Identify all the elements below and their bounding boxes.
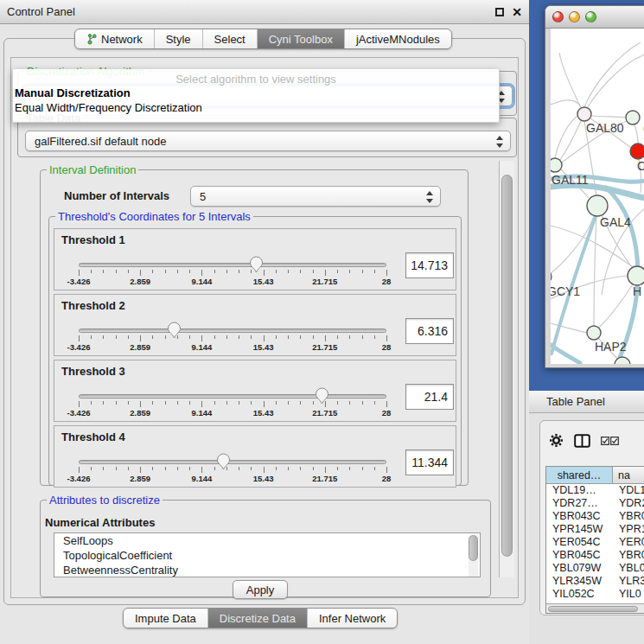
network-icon (86, 33, 97, 45)
table-row[interactable]: YBR043CYBR0 (546, 510, 644, 523)
float-panel-icon[interactable] (495, 8, 504, 16)
gear-icon[interactable] (549, 433, 564, 448)
network-node[interactable] (577, 107, 591, 121)
checkbox-icon[interactable] (601, 437, 609, 445)
table-row[interactable]: YLR345WYLR3 (546, 575, 644, 588)
settings-scrollbar-thumb[interactable] (501, 175, 513, 557)
slider-ticks (79, 401, 386, 408)
table-row[interactable]: YER054CYER0 (546, 536, 644, 549)
table-cell[interactable]: YIL0 (613, 588, 644, 601)
table-row[interactable]: YDR27…YDR2 (546, 497, 644, 510)
tab-select[interactable]: Select (202, 29, 257, 48)
num-intervals-combobox[interactable]: 5 (190, 186, 441, 207)
table-cell[interactable]: YER054C (546, 536, 613, 549)
network-window: GAL80GACGAL11GAL4GCY1HHAP2 (545, 5, 644, 368)
network-edge[interactable] (584, 42, 641, 107)
node-table: shared… na YDL19…YDL1YDR27…YDR2YBR043CYB… (545, 466, 644, 614)
attributes-scrollbar-thumb[interactable] (469, 535, 478, 561)
popup-option-equal-width[interactable]: Equal Width/Frequency Discretization (13, 100, 499, 115)
table-row[interactable]: YBR045CYBR0 (546, 549, 644, 562)
close-window-icon[interactable] (552, 11, 564, 22)
combo-arrows-icon (426, 190, 433, 204)
table-cell[interactable]: YBR043C (546, 510, 613, 523)
table-cell[interactable]: YBR045C (546, 549, 613, 562)
tab-cyni-toolbox[interactable]: Cyni Toolbox (257, 29, 344, 48)
threshold-value-field[interactable]: 6.316 (405, 318, 454, 344)
table-cell[interactable]: YIL052C (546, 588, 613, 601)
attribute-item[interactable]: TopologicalCoefficient (54, 548, 480, 563)
network-edge[interactable] (551, 216, 594, 274)
network-node[interactable] (587, 326, 601, 340)
table-cell[interactable]: YLR3 (613, 575, 644, 588)
tab-impute-data[interactable]: Impute Data (124, 609, 207, 628)
table-cell[interactable]: YPR1 (613, 523, 644, 536)
table-cell[interactable]: YDL19… (546, 484, 613, 497)
table-cell[interactable]: YDL1 (613, 484, 644, 497)
num-intervals-label: Number of Intervals (64, 189, 169, 202)
network-node[interactable] (630, 143, 644, 159)
table-cell[interactable]: YDR2 (613, 497, 644, 510)
apply-button[interactable]: Apply (233, 580, 288, 599)
table-data-combobox[interactable]: galFiltered.sif default node (25, 131, 511, 151)
table-cell[interactable]: YLR345W (546, 575, 613, 588)
control-panel-titlebar: Control Panel ✕ (0, 0, 529, 24)
network-node[interactable] (551, 158, 562, 172)
network-thick-edge[interactable] (551, 345, 580, 363)
network-edge[interactable] (594, 216, 596, 326)
network-node-label: GAL11 (552, 173, 589, 187)
tab-network[interactable]: Network (75, 29, 154, 48)
threshold-slider-track[interactable] (79, 460, 386, 464)
close-panel-icon[interactable]: ✕ (512, 8, 522, 16)
table-cell[interactable]: YPR145W (546, 523, 613, 536)
attribute-item[interactable]: BetweennessCentrality (54, 563, 480, 577)
threshold-value-field[interactable]: 21.4 (405, 384, 454, 410)
network-edge[interactable] (591, 116, 626, 118)
network-edge[interactable] (599, 284, 633, 328)
checkbox-icon[interactable] (610, 437, 619, 445)
network-edge[interactable] (555, 116, 577, 158)
threshold-value-field[interactable]: 11.344 (405, 450, 454, 475)
table-cell[interactable]: YBR0 (613, 510, 644, 523)
num-intervals-value: 5 (200, 190, 206, 203)
network-canvas[interactable]: GAL80GACGAL11GAL4GCY1HHAP2 (551, 29, 644, 364)
tab-discretize-data[interactable]: Discretize Data (207, 609, 307, 628)
table-row[interactable]: YPR145WYPR1 (546, 523, 644, 536)
table-row[interactable]: YIL052CYIL0 (546, 588, 644, 601)
tab-infer-network[interactable]: Infer Network (307, 609, 397, 628)
column-header-shared-name[interactable]: shared… (546, 467, 613, 483)
attributes-scrollbar-track[interactable] (469, 535, 478, 577)
threshold-slider-track[interactable] (79, 328, 386, 333)
table-cell[interactable]: YBL079W (546, 562, 613, 575)
threshold-slider-track[interactable] (79, 394, 386, 399)
zoom-window-icon[interactable] (585, 11, 596, 22)
network-edge[interactable] (634, 124, 638, 143)
network-node[interactable] (628, 266, 644, 285)
table-row[interactable]: YBL079WYBL0 (546, 562, 644, 575)
network-node[interactable] (587, 195, 608, 216)
column-header-name[interactable]: na (613, 467, 644, 483)
threshold-slider-track[interactable] (79, 263, 386, 267)
attribute-item[interactable]: SelfLoops (54, 533, 480, 548)
network-edge[interactable] (560, 121, 581, 160)
table-cell[interactable]: YBL0 (613, 562, 644, 575)
table-hscrollbar-track[interactable] (546, 603, 644, 613)
settings-scrollbar-track[interactable] (499, 161, 514, 577)
table-row[interactable]: YDL19…YDL1 (546, 484, 644, 497)
tab-jactivemnodules[interactable]: jActiveMNodules (344, 29, 451, 48)
network-node-label: GAL80 (586, 121, 624, 135)
column-view-icon[interactable] (574, 434, 590, 448)
network-node[interactable] (626, 111, 640, 124)
table-cell[interactable]: YBR0 (613, 549, 644, 562)
network-edge[interactable] (551, 100, 582, 109)
popup-option-manual[interactable]: Manual Discretization (13, 86, 499, 100)
minimize-window-icon[interactable] (569, 11, 580, 22)
table-cell[interactable]: YDR27… (546, 497, 613, 510)
numerical-attributes-list[interactable]: SelfLoopsTopologicalCoefficientBetweenne… (54, 532, 481, 577)
table-cell[interactable]: YER0 (613, 536, 644, 549)
table-hscrollbar-thumb[interactable] (548, 606, 638, 612)
table-header-row: shared… na (546, 467, 644, 484)
threshold-value-field[interactable]: 14.713 (405, 252, 454, 278)
table-panel: Table Panel (529, 391, 644, 644)
tab-style[interactable]: Style (154, 29, 202, 48)
slider-tick-labels: -3.4262.8599.14415.4321.71528 (79, 342, 386, 353)
